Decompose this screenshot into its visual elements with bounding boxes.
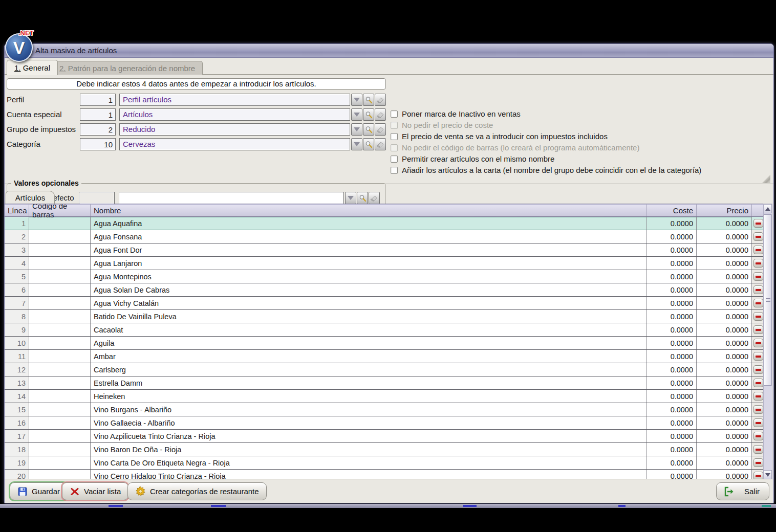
delete-row-button[interactable] — [753, 432, 763, 440]
cell-precio[interactable]: 0.0000 — [697, 217, 752, 230]
cell-nombre[interactable]: Batido De Vainilla Puleva — [91, 310, 647, 323]
cell-precio[interactable]: 0.0000 — [697, 310, 752, 323]
cell-codigo[interactable] — [29, 243, 91, 256]
cell-precio[interactable]: 0.0000 — [697, 390, 752, 403]
table-row[interactable]: 11 Ambar 0.0000 0.0000 — [5, 350, 764, 363]
cell-precio[interactable]: 0.0000 — [697, 323, 752, 336]
delete-row-button[interactable] — [753, 352, 763, 361]
checkbox[interactable] — [391, 110, 398, 118]
cell-codigo[interactable] — [29, 376, 91, 389]
cell-nombre[interactable]: Ambar — [91, 350, 647, 363]
cell-precio[interactable]: 0.0000 — [697, 350, 752, 363]
delete-row-button[interactable] — [753, 259, 763, 268]
cell-precio[interactable]: 0.0000 — [697, 443, 752, 456]
cell-nombre[interactable]: Heineken — [91, 390, 647, 403]
dropdown-button[interactable] — [351, 138, 362, 150]
cell-precio[interactable]: 0.0000 — [697, 243, 752, 256]
cell-nombre[interactable]: Vino Baron De Oña - Rioja — [91, 443, 647, 456]
delete-row-button[interactable] — [753, 219, 763, 228]
checkbox[interactable] — [391, 156, 398, 163]
cell-coste[interactable]: 0.0000 — [647, 430, 697, 442]
delete-row-button[interactable] — [753, 458, 763, 467]
cell-coste[interactable]: 0.0000 — [647, 337, 697, 349]
cell-nombre[interactable]: Vino Gallaecia - Albariño — [91, 416, 647, 429]
cell-nombre[interactable]: Estrella Damm — [91, 376, 647, 389]
delete-row-button[interactable] — [753, 246, 763, 254]
cell-codigo[interactable] — [29, 257, 91, 270]
table-row[interactable]: 9 Cacaolat 0.0000 0.0000 — [5, 323, 764, 337]
cell-precio[interactable]: 0.0000 — [697, 283, 752, 296]
cell-codigo[interactable] — [29, 217, 91, 230]
cell-codigo[interactable] — [29, 310, 91, 323]
cell-coste[interactable]: 0.0000 — [647, 470, 697, 480]
cell-precio[interactable]: 0.0000 — [697, 230, 752, 243]
exit-button[interactable]: Salir — [716, 482, 769, 500]
cell-codigo[interactable] — [29, 363, 91, 376]
cell-precio[interactable]: 0.0000 — [697, 270, 752, 283]
cell-nombre[interactable]: Agua Font Dor — [91, 243, 647, 256]
delete-row-button[interactable] — [753, 392, 763, 401]
table-row[interactable]: 13 Estrella Damm 0.0000 0.0000 — [5, 376, 764, 390]
search-button[interactable] — [363, 94, 374, 106]
delete-row-button[interactable] — [753, 285, 763, 294]
table-row[interactable]: 19 Vino Carta De Oro Etiqueta Negra - Ri… — [5, 456, 764, 470]
cell-coste[interactable]: 0.0000 — [647, 243, 697, 256]
dropdown-button[interactable] — [351, 123, 362, 136]
cell-nombre[interactable]: Agua Vichy Catalán — [91, 297, 647, 309]
cell-nombre[interactable]: Vino Azpilicueta Tinto Crianza - Rioja — [91, 430, 647, 442]
table-row[interactable]: 2 Agua Fonsana 0.0000 0.0000 — [5, 230, 764, 243]
cell-coste[interactable]: 0.0000 — [647, 310, 697, 323]
checkbox[interactable] — [391, 167, 398, 174]
col-header-nombre[interactable]: Nombre — [91, 204, 647, 216]
col-header-linea[interactable]: Línea — [5, 204, 29, 216]
cell-precio[interactable]: 0.0000 — [697, 430, 752, 442]
cell-precio[interactable]: 0.0000 — [697, 376, 752, 389]
cell-precio[interactable]: 0.0000 — [697, 403, 752, 416]
cell-nombre[interactable]: Carlsberg — [91, 363, 647, 376]
cell-codigo[interactable] — [29, 456, 91, 469]
create-categories-button[interactable]: Crear categorías de restaurante — [127, 482, 267, 500]
delete-row-button[interactable] — [753, 445, 763, 454]
cell-coste[interactable]: 0.0000 — [647, 323, 697, 336]
save-button[interactable]: Guardar — [10, 482, 68, 500]
cell-codigo[interactable] — [29, 323, 91, 336]
cell-coste[interactable]: 0.0000 — [647, 456, 697, 469]
delete-row-button[interactable] — [753, 365, 763, 374]
cell-nombre[interactable]: Cacaolat — [91, 323, 647, 336]
table-row[interactable]: 6 Agua Solan De Cabras 0.0000 0.0000 — [5, 283, 764, 297]
scroll-down-button[interactable] — [764, 470, 772, 479]
cell-coste[interactable]: 0.0000 — [647, 283, 697, 296]
search-button[interactable] — [363, 138, 374, 150]
delete-row-button[interactable] — [753, 272, 763, 281]
table-row[interactable]: 14 Heineken 0.0000 0.0000 — [5, 390, 764, 403]
delete-row-button[interactable] — [753, 379, 763, 387]
field-code-input[interactable] — [80, 138, 116, 150]
cell-precio[interactable]: 0.0000 — [697, 257, 752, 270]
cell-coste[interactable]: 0.0000 — [647, 416, 697, 429]
cell-nombre[interactable]: Vino Carta De Oro Etiqueta Negra - Rioja — [91, 456, 647, 469]
table-row[interactable]: 20 Vino Cerro Hidalgo Tinto Crianza - Ri… — [5, 470, 764, 480]
cell-coste[interactable]: 0.0000 — [647, 230, 697, 243]
delete-row-button[interactable] — [753, 339, 763, 347]
clear-button[interactable] — [375, 123, 386, 136]
table-row[interactable]: 5 Agua Montepinos 0.0000 0.0000 — [5, 270, 764, 283]
col-header-codigo[interactable]: Código de barras — [29, 204, 91, 216]
cell-nombre[interactable]: Agua Solan De Cabras — [91, 283, 647, 296]
cell-codigo[interactable] — [29, 470, 91, 480]
field-value-input[interactable]: Cervezas — [119, 138, 350, 150]
table-row[interactable]: 1 Agua Aquafina 0.0000 0.0000 — [5, 217, 764, 230]
clear-button[interactable] — [375, 108, 386, 121]
field-value-input[interactable]: Artículos — [119, 108, 350, 121]
cell-coste[interactable]: 0.0000 — [647, 270, 697, 283]
cell-codigo[interactable] — [29, 270, 91, 283]
cell-coste[interactable]: 0.0000 — [647, 257, 697, 270]
cell-codigo[interactable] — [29, 283, 91, 296]
delete-row-button[interactable] — [753, 299, 763, 307]
cell-nombre[interactable]: Agua Montepinos — [91, 270, 647, 283]
table-row[interactable]: 16 Vino Gallaecia - Albariño 0.0000 0.00… — [5, 416, 764, 430]
cell-nombre[interactable]: Agua Aquafina — [91, 217, 647, 230]
cell-nombre[interactable]: Vino Cerro Hidalgo Tinto Crianza - Rioja — [91, 470, 647, 480]
cell-codigo[interactable] — [29, 403, 91, 416]
cell-coste[interactable]: 0.0000 — [647, 443, 697, 456]
checkbox[interactable] — [391, 144, 398, 151]
